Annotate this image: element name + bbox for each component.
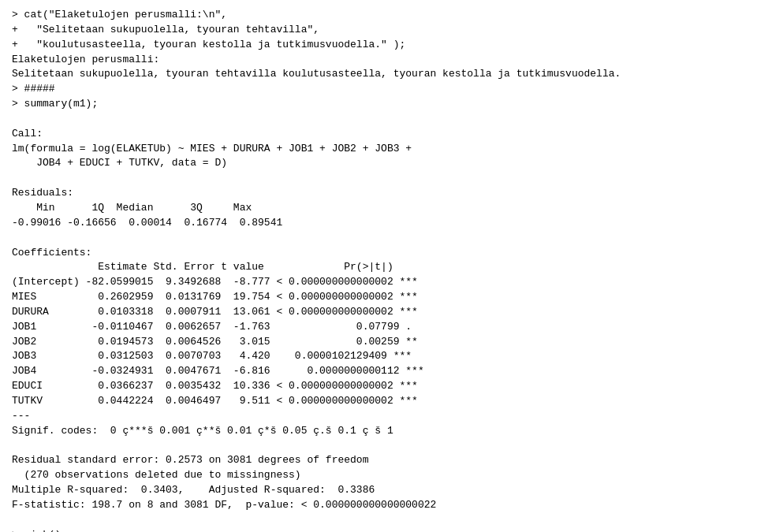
console-output: > cat("Elaketulojen perusmalli:\n", + "S… [12,8,745,532]
